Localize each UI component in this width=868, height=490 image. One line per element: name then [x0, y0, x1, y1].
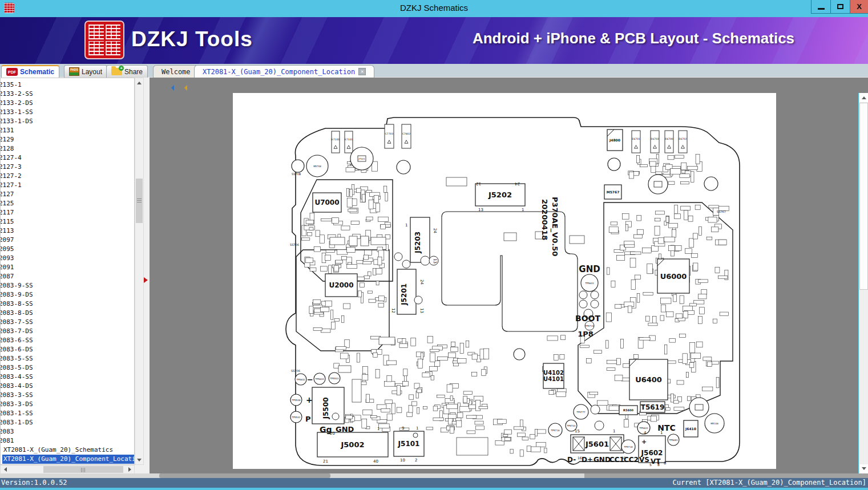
document-hscrollbar[interactable]: [0, 473, 868, 478]
pcb-component: [352, 199, 357, 206]
sidebar-item[interactable]: 2083-3-DS: [0, 400, 134, 409]
sidebar-item[interactable]: 2125: [0, 199, 134, 208]
pcb-label: TP5604: [314, 378, 324, 380]
pcb-component: [321, 218, 332, 221]
pcb-component: [689, 303, 696, 306]
pcb-text: GND: [579, 264, 600, 274]
hscroll-thumb[interactable]: [43, 466, 123, 473]
sidebar-item[interactable]: 2095: [0, 245, 134, 254]
pcb-component: [313, 328, 322, 331]
pcb-component: [504, 430, 512, 434]
pcb-component: [628, 306, 632, 313]
pcb-component: [376, 369, 380, 378]
sidebar-item[interactable]: XT2081-X_(Guam_20)_Schematics: [2, 446, 134, 455]
sidebar-item[interactable]: 2081: [0, 436, 134, 446]
pcb-component: [374, 195, 378, 203]
tab-share-label: Share: [124, 68, 143, 76]
doc-vscroll-thumb[interactable]: [859, 103, 868, 290]
pcb-testpoint: [608, 158, 620, 171]
sidebar-item[interactable]: 2127-2: [0, 172, 134, 181]
pcb-component: [681, 181, 689, 184]
pcb-label: J6410: [685, 427, 696, 431]
sidebar-item[interactable]: XT2081-X_(Guam_20)_Component_Location: [2, 455, 134, 464]
sidebar-item[interactable]: 2097: [0, 236, 134, 245]
sidebar-item[interactable]: 2083-1-DS: [0, 418, 134, 427]
sidebar-item[interactable]: 2127-3: [0, 163, 134, 172]
doc-tab-component-location[interactable]: XT2081-X_(Guam_20)_Component_Location ✕: [194, 65, 374, 78]
sidebar-vscrollbar[interactable]: [135, 78, 144, 465]
scroll-down-button[interactable]: [135, 456, 143, 464]
doc-tab-welcome[interactable]: Welcome: [153, 65, 199, 78]
sidebar-item[interactable]: 2083-7-DS: [0, 327, 134, 336]
sidebar-item-label: XT2081-X_(Guam_20)_Schematics: [2, 446, 115, 455]
sidebar-item[interactable]: 2133-2-DS: [0, 99, 134, 108]
sidebar-item[interactable]: 2129: [0, 135, 134, 144]
sidebar-item[interactable]: 2127-4: [0, 153, 134, 163]
tab-layout[interactable]: PADS Layout: [64, 65, 107, 78]
sidebar-item[interactable]: 2091: [0, 263, 134, 272]
sidebar-item-label: 2083-9-SS: [0, 281, 35, 290]
scroll-up-button[interactable]: [135, 78, 143, 87]
vscroll-thumb[interactable]: [136, 179, 143, 223]
pcb-component: [685, 249, 692, 254]
sidebar-item[interactable]: 2131: [0, 126, 134, 135]
sidebar-item[interactable]: 2083-5-SS: [0, 354, 134, 363]
pcb-label: E6700: [665, 137, 673, 140]
maximize-button[interactable]: [830, 0, 850, 14]
sidebar-item[interactable]: 2083: [0, 427, 134, 436]
sidebar-item[interactable]: 2133-1-DS: [0, 117, 134, 126]
pcb-component: [384, 186, 387, 192]
pcb-component: [309, 228, 313, 230]
sidebar-item[interactable]: 2083-7-SS: [0, 318, 134, 327]
sidebar-item[interactable]: 2113: [0, 226, 134, 236]
close-button[interactable]: X: [850, 0, 868, 14]
minimize-button[interactable]: [811, 0, 830, 14]
document-vscrollbar[interactable]: [858, 93, 868, 473]
sidebar-item[interactable]: 2087: [0, 272, 134, 281]
doc-scroll-up-button[interactable]: [859, 93, 868, 102]
scroll-left-button[interactable]: [1, 465, 9, 473]
sidebar-item[interactable]: 2083-6-SS: [0, 336, 134, 345]
sidebar-item[interactable]: 2083-8-SS: [0, 299, 134, 309]
sidebar-item[interactable]: 2128: [0, 144, 134, 153]
pcb-component: [418, 359, 422, 368]
sidebar-item[interactable]: 2083-9-SS: [0, 281, 134, 290]
sidebar-item[interactable]: 2117: [0, 208, 134, 217]
pcb-component: [675, 205, 678, 214]
sidebar-item[interactable]: 2083-1-SS: [0, 409, 134, 418]
doc-scroll-down-button[interactable]: [859, 464, 868, 473]
sidebar-item[interactable]: 2083-8-DS: [0, 309, 134, 318]
sidebar-item[interactable]: 2083-5-DS: [0, 363, 134, 372]
sidebar-item[interactable]: 2133-2-SS: [0, 90, 134, 99]
sidebar-item[interactable]: 2083-4-SS: [0, 372, 134, 382]
sidebar-item[interactable]: 2127-1: [0, 181, 134, 190]
tab-schematic[interactable]: PDF Schematic: [1, 65, 59, 78]
sidebar-item[interactable]: 2135-1: [0, 80, 134, 90]
sidebar-item[interactable]: 2083-4-DS: [0, 382, 134, 391]
sidebar-item[interactable]: 2133-1-SS: [0, 108, 134, 117]
sidebar-item[interactable]: 2115: [0, 217, 134, 226]
sidebar-item[interactable]: 2083-6-DS: [0, 345, 134, 354]
pcb-component: [411, 338, 416, 346]
pcb-text: 1: [405, 223, 407, 228]
pcb-component: [472, 354, 478, 359]
pcb-component: [715, 267, 720, 273]
sidebar-item[interactable]: 2093: [0, 254, 134, 263]
pcb-text: 40: [373, 459, 378, 464]
doc-hscroll-thumb[interactable]: [159, 473, 330, 478]
pcb-component: [586, 359, 591, 363]
sidebar-hscrollbar[interactable]: [0, 465, 135, 474]
sidebar-item[interactable]: 2083-3-SS: [0, 391, 134, 400]
pcb-component: [606, 313, 611, 322]
pcb-testpoint: [591, 300, 599, 308]
pcb-component: [684, 210, 688, 220]
tab-share[interactable]: + Share: [106, 65, 148, 78]
sidebar-item[interactable]: 2083-9-DS: [0, 290, 134, 299]
sidebar-item[interactable]: 2127: [0, 190, 134, 199]
pcb-text: −: [307, 375, 313, 384]
pcb-component: [607, 268, 609, 274]
pcb-component: [446, 177, 467, 186]
scroll-right-button[interactable]: [126, 465, 134, 473]
close-tab-icon[interactable]: ✕: [358, 68, 366, 75]
pcb-text: D-: [567, 456, 576, 464]
